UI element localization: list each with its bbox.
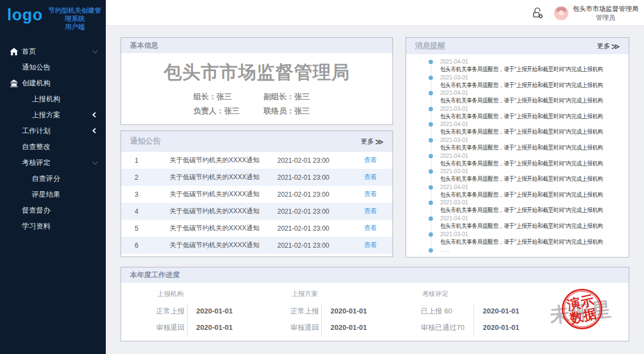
table-row: 6 关于低碳节约机关的XXXX通知 2021-02-01 23:00 查看 xyxy=(121,237,392,254)
avatar[interactable] xyxy=(554,6,568,20)
list-item: 2021-04-01包头市机关事务局提醒您，请于"上报开始和截至时间"内完成上报… xyxy=(406,184,629,200)
sidebar-item-label: 督查督办 xyxy=(22,205,50,215)
field-deputy-leader: 副组长：张三 xyxy=(264,89,335,104)
sidebar-item-self-score[interactable]: 自查评分 xyxy=(0,170,106,186)
list-item: 2021-04-01包头市机关事务局提醒您，请于"上报开始和截至时间"内完成上报… xyxy=(406,215,629,231)
list-item-ellipsis: ...... xyxy=(406,247,629,254)
timeline-dot-icon xyxy=(429,91,433,95)
year-progress-panel: 本年度工作进度 上报机构 正常上报 审核退回 2020-01-01 2020-0… xyxy=(121,267,629,341)
view-link[interactable]: 查看 xyxy=(349,190,392,199)
sidebar-item-assessment[interactable]: 考核评定 xyxy=(0,155,106,170)
timeline-dot-icon xyxy=(429,138,433,142)
user-role: 管理员 xyxy=(573,13,639,22)
app-title-line1: 节约型机关创建管理系统 xyxy=(49,7,101,22)
app-title-line2: 用户端 xyxy=(65,23,85,31)
view-link[interactable]: 查看 xyxy=(349,241,392,250)
table-row: 2 关于低碳节约机关的XXXX通知 2021-02-01 23:00 查看 xyxy=(121,169,392,186)
panel-title: 通知公告 xyxy=(130,136,161,146)
user-org-name: 包头市市场监督管理局 xyxy=(573,4,639,13)
sidebar-item-label: 创建机构 xyxy=(22,78,50,88)
progress-header: 本年度工作进度 xyxy=(121,267,629,283)
view-link[interactable]: 查看 xyxy=(349,156,392,165)
sidebar-item-report-org[interactable]: 上报机构 xyxy=(0,91,106,107)
sidebar-item-label: 自查评分 xyxy=(32,174,60,184)
chevron-down-icon xyxy=(93,48,98,54)
basic-info-header: 基本信息 xyxy=(121,38,392,53)
timeline-dot-icon xyxy=(429,154,433,158)
list-item: 2021-04-01包头市机关事务局提醒您，请于"上报开始和截至时间"内完成上报… xyxy=(406,90,629,106)
main-content: 基本信息 包头市市场监督管理局 组长：张三 副组长：张三 负责人：张三 联络员：… xyxy=(106,26,644,354)
timeline-dot-icon xyxy=(429,76,433,80)
panel-title: 基本信息 xyxy=(130,41,158,50)
sidebar-item-report-plan[interactable]: 上报方案 xyxy=(0,107,106,123)
org-fields: 组长：张三 副组长：张三 负责人：张三 联络员：张三 xyxy=(193,89,392,118)
sidebar-item-label: 评星结果 xyxy=(32,190,60,199)
sidebar-item-label: 首页 xyxy=(22,47,36,56)
double-chevron-right-icon: ≫ xyxy=(611,42,620,50)
logo-row: logo 节约型机关创建管理系统 用户端 xyxy=(0,0,106,31)
field-person-in-charge: 负责人：张三 xyxy=(193,104,264,118)
progress-col-report-plan: 上报方案 正常上报 审核退回 2020-01-01 2020-01-01 xyxy=(290,289,421,341)
timeline-dot-icon xyxy=(429,232,433,237)
view-link[interactable]: 查看 xyxy=(349,173,392,182)
table-row: 5 关于低碳节约机关的XXXX通知 2021-02-01 23:00 查看 xyxy=(121,220,392,237)
lock-settings-icon[interactable] xyxy=(531,7,544,20)
list-item: 2021-03-01包头市机关事务局提醒您，请于"上报开始和截至时间"内完成上报… xyxy=(406,106,629,122)
demo-data-stamp: 演示 数据 xyxy=(562,289,602,329)
list-item: 2021-04-01包头市机关事务局提醒您，请于"上报开始和截至时间"内完成上报… xyxy=(406,121,629,137)
timeline-dot-icon xyxy=(429,201,433,205)
timeline-dot-icon xyxy=(429,122,433,127)
timeline-dot-icon xyxy=(429,107,433,111)
user-menu[interactable]: 包头市市场监督管理局 管理员 xyxy=(573,4,639,22)
sidebar-item-learning[interactable]: 学习资料 xyxy=(0,218,106,234)
sidebar-item-create-org[interactable]: 创建机构 xyxy=(0,75,106,91)
list-item: 2021-03-01包头市机关事务局提醒您，请于"上报开始和截至时间"内完成上报… xyxy=(406,75,629,90)
notices-more-link[interactable]: 更多 ≫ xyxy=(361,137,384,146)
field-liaison: 联络员：张三 xyxy=(264,104,335,118)
view-link[interactable]: 查看 xyxy=(349,224,392,233)
messages-timeline: 2021-04-01包头市机关事务局提醒您，请于"上报开始和截至时间"内完成上报… xyxy=(406,54,629,258)
sidebar-item-star-result[interactable]: 评星结果 xyxy=(0,186,106,202)
chevron-down-icon xyxy=(93,159,98,165)
list-item: 2021-03-01包头市机关事务局提醒您，请于"上报开始和截至时间"内完成上报… xyxy=(406,168,629,184)
notices-header: 通知公告 更多 ≫ xyxy=(121,131,392,152)
chevron-left-icon xyxy=(93,128,98,134)
panel-title: 消息提醒 xyxy=(415,41,446,51)
sidebar-menu: 首页 通知公告 创建机构 上报机构 上报方案 工作计划 自查整改 考核评定 xyxy=(0,43,106,234)
timeline-dot-icon xyxy=(429,248,433,253)
double-chevron-right-icon: ≫ xyxy=(375,138,384,146)
messages-header: 消息提醒 更多 ≫ xyxy=(406,38,629,54)
notices-panel: 通知公告 更多 ≫ 1 关于低碳节约机关的XXXX通知 2021-02-01 2… xyxy=(121,130,393,257)
sidebar-item-self-check[interactable]: 自查整改 xyxy=(0,139,106,155)
notices-table: 1 关于低碳节约机关的XXXX通知 2021-02-01 23:00 查看 2 … xyxy=(121,152,392,254)
sidebar-item-label: 通知公告 xyxy=(22,62,50,72)
chevron-left-icon xyxy=(93,112,98,118)
table-row: 1 关于低碳节约机关的XXXX通知 2021-02-01 23:00 查看 xyxy=(121,152,392,169)
list-item: 2021-04-01包头市机关事务局提醒您，请于"上报开始和截至时间"内完成上报… xyxy=(406,59,629,75)
timeline-dot-icon xyxy=(429,216,433,221)
list-item: 2021-03-01包头市机关事务局提醒您，请于"上报开始和截至时间"内完成上报… xyxy=(406,137,629,153)
sidebar-item-work-plan[interactable]: 工作计划 xyxy=(0,123,106,139)
org-title: 包头市市场监督管理局 xyxy=(121,60,392,85)
logo: logo xyxy=(7,5,43,24)
sidebar-item-label: 上报方案 xyxy=(32,110,60,120)
panel-title: 本年度工作进度 xyxy=(130,270,180,280)
table-row: 3 关于低碳节约机关的XXXX通知 2021-02-01 23:00 查看 xyxy=(121,186,392,203)
list-item: 2021-03-01包头市机关事务局提醒您，请于"上报开始和截至时间"内完成上报… xyxy=(406,199,629,215)
sidebar-item-label: 工作计划 xyxy=(22,126,50,136)
building-icon xyxy=(10,79,19,88)
home-icon xyxy=(10,47,19,56)
sidebar-item-supervision[interactable]: 督查督办 xyxy=(0,202,106,218)
list-item: 2021-04-01包头市机关事务局提醒您，请于"上报开始和截至时间"内完成上报… xyxy=(406,153,629,169)
sidebar-item-home[interactable]: 首页 xyxy=(0,43,106,59)
sidebar-item-label: 自查整改 xyxy=(22,142,50,152)
table-row: 4 关于低碳节约机关的XXXX通知 2021-02-01 23:00 查看 xyxy=(121,203,392,220)
timeline-dot-icon xyxy=(429,185,433,190)
progress-col-report-org: 上报机构 正常上报 审核退回 2020-01-01 2020-01-01 xyxy=(156,289,290,341)
top-header: 包头市市场监督管理局 管理员 xyxy=(106,0,644,26)
view-link[interactable]: 查看 xyxy=(349,207,392,216)
field-leader: 组长：张三 xyxy=(193,89,264,104)
messages-more-link[interactable]: 更多 ≫ xyxy=(597,42,620,51)
sidebar-item-notices[interactable]: 通知公告 xyxy=(0,59,106,75)
timeline-dot-icon xyxy=(429,60,433,64)
